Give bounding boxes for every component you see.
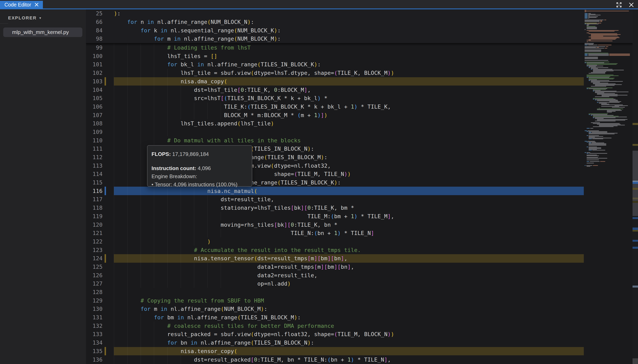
code-line[interactable]: 104 dst=lhsT_tile[0:TILE_K, 0:BLOCK_M], <box>86 86 638 94</box>
code-line[interactable]: 130 for m in nl.affine_range(NUM_BLOCK_M… <box>86 305 638 313</box>
code-line[interactable]: 100 lhsT_tiles = [] <box>86 52 638 60</box>
sticky-line[interactable]: 66 for n in nl.affine_range(NUM_BLOCK_N)… <box>86 18 638 26</box>
minimap[interactable] <box>584 9 632 364</box>
line-number: 106 <box>86 104 114 110</box>
close-icon[interactable] <box>34 2 39 7</box>
code-line[interactable]: 133 result_packed = sbuf.view(dtype=nl.f… <box>86 330 638 338</box>
line-number: 84 <box>86 27 114 34</box>
line-number: 128 <box>86 289 114 295</box>
line-number: 130 <box>86 306 114 312</box>
code-line[interactable]: 99 # Loading tiles from lhsT <box>86 44 638 52</box>
ruler-mark <box>632 182 638 184</box>
code-text: lhsT_tiles = [] <box>114 53 217 59</box>
code-line[interactable]: 135 nisa.tensor_copy( <box>86 347 638 356</box>
code-text: for n in nl.affine_range(NUM_BLOCK_N): <box>114 19 254 25</box>
tooltip-engine-breakdown: Engine Breakdown: <box>152 172 252 180</box>
code-line[interactable]: 124 nisa.tensor_tensor(dst=result_tmps[m… <box>86 254 638 263</box>
line-number: 25 <box>86 10 114 16</box>
code-text: for m in nl.affine_range(NUM_BLOCK_M): <box>114 36 281 42</box>
line-number: 101 <box>86 61 114 68</box>
code-line[interactable]: 132 # coalesce result tiles for better D… <box>86 322 638 330</box>
code-text: # Loading tiles from lhsT <box>114 44 251 51</box>
code-text: ): <box>114 10 120 16</box>
code-line[interactable]: 131 for bm in nl.affine_range(TILES_IN_B… <box>86 313 638 322</box>
code-line[interactable]: 102 lhsT_tile = sbuf.view(dtype=lhsT.dty… <box>86 69 638 77</box>
code-line[interactable]: 107 BLOCK_M * m:BLOCK_M * (m + 1)]) <box>86 111 638 119</box>
indent-guide <box>140 128 141 136</box>
code-text: lhsT_tile = sbuf.view(dtype=lhsT.dtype, … <box>114 70 394 76</box>
code-text: for bk_l in nl.affine_range(TILES_IN_BLO… <box>114 61 321 68</box>
line-number: 123 <box>86 247 114 253</box>
line-number: 120 <box>86 222 114 228</box>
code-text: TILE_N:(bn + 1) * TILE_N] <box>114 230 374 236</box>
code-line[interactable]: 121 TILE_N:(bn + 1) * TILE_N] <box>86 229 638 238</box>
code-text: # coalesce result tiles for better DMA p… <box>114 323 334 329</box>
ruler-mark <box>632 144 638 146</box>
code-line[interactable]: 103 nisa.dma_copy( <box>86 77 638 86</box>
code-line[interactable]: 122 ) <box>86 238 638 246</box>
sticky-line[interactable]: 98 for m in nl.affine_range(NUM_BLOCK_M)… <box>86 34 638 43</box>
close-icon[interactable] <box>628 2 635 8</box>
fullscreen-icon[interactable] <box>615 1 623 8</box>
code-line[interactable]: 109 <box>86 128 638 136</box>
window-controls <box>615 1 635 8</box>
code-line[interactable]: 125 data1=result_tmps[m][bm][bn], <box>86 263 638 271</box>
sticky-line[interactable]: 84 for k in nl.sequential_range(NUM_BLOC… <box>86 26 638 34</box>
code-line[interactable]: 136 dst=result_packed[0:TILE_M, bn * TIL… <box>86 355 638 364</box>
line-number: 122 <box>86 238 114 245</box>
tab-code-editor[interactable]: Code Editor <box>0 1 43 8</box>
code-line[interactable]: 128 <box>86 288 638 296</box>
line-number: 126 <box>86 272 114 278</box>
line-number: 103 <box>86 78 114 84</box>
code-text: ) <box>114 238 210 245</box>
line-number: 102 <box>86 70 114 76</box>
editor-pane: 25):66 for n in nl.affine_range(NUM_BLOC… <box>86 9 638 364</box>
ruler-mark <box>632 228 638 230</box>
explorer-sidebar: EXPLORER ▾ mlp_with_mm_kernel.py <box>0 9 86 364</box>
code-line[interactable]: 119 TILE_M:(bm + 1) * TILE_M], <box>86 212 638 220</box>
line-number: 133 <box>86 331 114 337</box>
sticky-line[interactable]: 25): <box>86 9 638 18</box>
code-text: data2=result_tile, <box>114 272 318 278</box>
line-number: 115 <box>86 179 114 186</box>
code-line[interactable]: 108 lhsT_tiles.append(lhsT_tile) <box>86 119 638 128</box>
code-text: stationary=lhsT_tiles[bk][0:TILE_K, bm * <box>114 205 354 211</box>
line-number: 98 <box>86 36 114 42</box>
ruler-mark <box>632 247 638 249</box>
code-line[interactable]: 110 # Do matmul with all tiles in the bl… <box>86 136 638 144</box>
code-line[interactable]: 101 for bk_l in nl.affine_range(TILES_IN… <box>86 60 638 69</box>
line-number: 127 <box>86 280 114 287</box>
tooltip-flops: FLOPS: 17,179,869,184 <box>152 150 252 158</box>
overview-ruler-scrollbar[interactable] <box>632 9 638 364</box>
ruler-mark <box>632 358 638 364</box>
line-number: 110 <box>86 137 114 144</box>
line-number: 134 <box>86 340 114 346</box>
ruler-mark <box>632 123 638 125</box>
ruler-mark <box>632 240 638 242</box>
ruler-mark <box>632 188 638 190</box>
indent-guide <box>127 288 128 296</box>
code-line[interactable]: 106 TILE_K:(TILES_IN_BLOCK_K * k + bk_l … <box>86 102 638 111</box>
code-line[interactable]: 126 data2=result_tile, <box>86 271 638 280</box>
sidebar-item-file[interactable]: mlp_with_mm_kernel.py <box>3 28 82 37</box>
code-line[interactable]: 134 for bn in nl.affine_range(TILES_IN_B… <box>86 338 638 347</box>
code-text: BLOCK_M * m:BLOCK_M * (m + 1)]) <box>114 112 328 118</box>
explorer-header[interactable]: EXPLORER ▾ <box>0 9 86 21</box>
line-number: 136 <box>86 356 114 363</box>
code-line[interactable]: 105 src=lhsT[(TILES_IN_BLOCK_K * k + bk_… <box>86 94 638 102</box>
line-number: 129 <box>86 298 114 304</box>
code-line[interactable]: 117 dst=result_tile, <box>86 195 638 204</box>
line-number: 131 <box>86 314 114 320</box>
line-number: 109 <box>86 129 114 135</box>
code-text: for bn in nl.affine_range(TILES_IN_BLOCK… <box>114 340 314 346</box>
code-line[interactable]: 123 # Accumulate the result into the res… <box>86 246 638 254</box>
code-line[interactable]: 129 # Copying the result from SBUF to HB… <box>86 296 638 305</box>
code-line[interactable]: 127 op=nl.add) <box>86 280 638 288</box>
code-text: lhsT_tiles.append(lhsT_tile) <box>114 120 274 126</box>
code-editor-window: { "app": { "tab_label": "Code Editor", "… <box>0 0 638 364</box>
line-number: 113 <box>86 162 114 169</box>
tooltip-engine-item: • Tensor: 4,096 instructions (100.0%) <box>152 180 252 188</box>
code-line[interactable]: 118 stationary=lhsT_tiles[bk][0:TILE_K, … <box>86 204 638 212</box>
code-line[interactable]: 120 moving=rhs_tiles[bk][0:TILE_K, bn * <box>86 220 638 229</box>
sticky-scroll: 25):66 for n in nl.affine_range(NUM_BLOC… <box>86 9 638 44</box>
